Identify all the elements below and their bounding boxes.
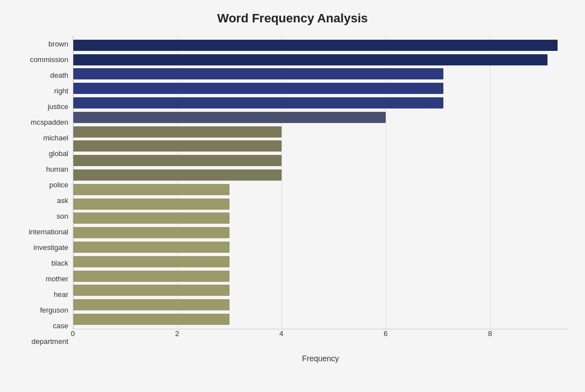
bar [73,314,230,325]
bar-row [73,67,568,82]
y-label: mother [17,271,68,287]
bar-row [73,197,568,211]
bars-and-x: 02468 Frequency [73,36,568,350]
bar [73,68,443,79]
y-label: case [17,318,68,334]
y-label: department [17,334,68,350]
bar-row [73,81,568,96]
bar [73,242,230,253]
y-label: commission [17,51,68,67]
y-label: police [17,177,68,192]
x-axis-label: Frequency [73,354,568,363]
y-label: hear [17,287,68,303]
chart-area: browncommissiondeathrightjusticemcspadde… [17,36,568,350]
y-label: international [17,224,68,240]
bar [73,271,230,282]
bar-row [73,110,568,125]
bar-row [73,312,568,327]
bar-row [73,254,568,269]
y-label: son [17,209,68,224]
bar [73,285,230,296]
y-label: investigate [17,240,68,256]
bar [73,54,547,65]
x-tick: 8 [488,329,492,338]
x-tick: 4 [279,329,283,338]
y-label: human [17,161,68,177]
y-label: mcspadden [17,114,68,130]
y-label: michael [17,130,68,145]
chart-container: Word Frequency Analysis browncommissiond… [0,0,585,392]
bar [73,140,282,152]
bar-row [73,211,568,226]
y-label: brown [17,36,68,51]
chart-title: Word Frequency Analysis [17,11,568,26]
bar [73,40,558,51]
y-label: death [17,67,68,83]
bar [73,169,282,181]
bar-row [73,153,568,168]
y-label: justice [17,98,68,114]
bar [73,199,230,210]
bar-row [73,125,568,139]
bars-inner [73,36,568,329]
y-label: black [17,256,68,271]
x-tick: 0 [71,329,74,338]
bar [73,112,386,123]
bar-row [73,269,568,284]
bar-row [73,53,568,67]
x-tick: 6 [383,329,387,338]
y-label: ferguson [17,303,68,318]
bar [73,97,443,108]
bar-row [73,38,568,53]
bar-row [73,182,568,197]
y-label: global [17,145,68,161]
bar-row [73,225,568,240]
bar [73,256,230,267]
bar-row [73,240,568,254]
y-label: ask [17,192,68,208]
bars-wrapper [73,36,568,329]
y-label: right [17,83,68,98]
bar-row [73,168,568,182]
y-labels: browncommissiondeathrightjusticemcspadde… [17,36,73,350]
bar-row [73,297,568,312]
x-tick: 2 [175,329,179,338]
bar [73,126,282,138]
bar-row [73,96,568,110]
bar [73,83,443,94]
bar [73,184,230,195]
x-axis-area: 02468 Frequency [73,329,568,350]
bar-row [73,284,568,298]
bar [73,227,230,238]
bar [73,212,230,224]
bar [73,155,282,166]
bar-row [73,139,568,154]
bar [73,299,230,310]
